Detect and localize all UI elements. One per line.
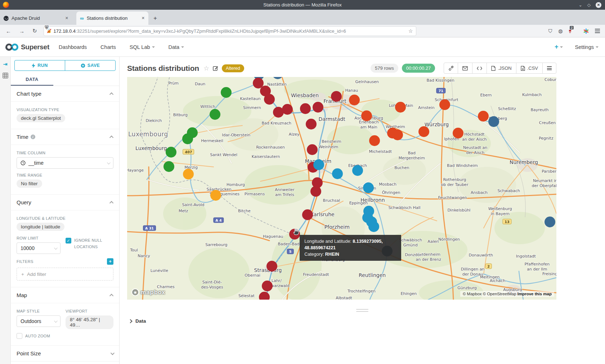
- nav-data[interactable]: Data: [169, 44, 184, 50]
- favorite-star-icon[interactable]: ☆: [203, 64, 209, 72]
- nav-charts[interactable]: Charts: [100, 44, 116, 50]
- add-new-button[interactable]: +: [555, 43, 563, 51]
- forward-button[interactable]: →: [19, 28, 24, 34]
- viz-type-value[interactable]: deck.gl Scatterplot: [17, 114, 65, 122]
- map-point-darkred[interactable]: [264, 94, 275, 105]
- map-point-darkred[interactable]: [307, 144, 318, 155]
- tab-apache-druid[interactable]: Apache Druid ✕: [0, 12, 72, 25]
- map-point-teal[interactable]: [352, 165, 363, 176]
- map-point-orangered[interactable]: [439, 99, 450, 110]
- embed-code-button[interactable]: [472, 63, 487, 73]
- nav-dashboards[interactable]: Dashboards: [59, 44, 87, 50]
- tab-close-icon[interactable]: ✕: [65, 16, 68, 21]
- maximize-icon[interactable]: ◇: [587, 3, 591, 7]
- time-range-value[interactable]: No filter: [17, 179, 42, 188]
- map-point-darkred[interactable]: [313, 102, 323, 113]
- section-header[interactable]: Point Size: [11, 346, 119, 361]
- edit-icon[interactable]: [213, 65, 218, 71]
- viewport-value[interactable]: 8° 46' 45.28" | 49…: [66, 315, 113, 329]
- map-point-orangered[interactable]: [453, 128, 463, 138]
- map-point-darkred[interactable]: [331, 91, 342, 102]
- share-link-button[interactable]: [444, 63, 458, 73]
- nav-settings[interactable]: Settings: [575, 44, 599, 50]
- section-header[interactable]: Chart type: [11, 86, 119, 102]
- new-tab-button[interactable]: +: [148, 15, 162, 22]
- map-point-teal[interactable]: [363, 182, 374, 193]
- export-json-button[interactable]: .JSON: [487, 63, 516, 73]
- data-section-toggle[interactable]: Data: [120, 312, 605, 324]
- container-mask-icon[interactable]: ◍: [558, 28, 563, 34]
- map-point-orange[interactable]: [183, 169, 194, 179]
- map-point-steel[interactable]: [488, 116, 499, 127]
- map-point-darkred[interactable]: [282, 104, 293, 115]
- section-header[interactable]: Query: [11, 195, 119, 210]
- dataset-grid-icon[interactable]: [3, 73, 8, 78]
- run-button[interactable]: RUN: [15, 60, 65, 70]
- map-point-orangered[interactable]: [395, 102, 406, 113]
- tab-close-icon[interactable]: ✕: [142, 16, 145, 21]
- map-point-orangered[interactable]: [418, 126, 429, 137]
- map-point-teal[interactable]: [313, 159, 324, 170]
- colorful-extension-icon[interactable]: [583, 28, 589, 34]
- insecure-lock-icon[interactable]: 🔒: [47, 28, 51, 33]
- map-point-teal[interactable]: [368, 221, 379, 232]
- resize-handle[interactable]: [355, 309, 369, 312]
- improve-map-link[interactable]: Improve this map: [517, 292, 552, 296]
- map-point-orangered[interactable]: [392, 129, 403, 140]
- section-header[interactable]: Timei: [11, 129, 119, 145]
- row-limit-select[interactable]: 10000: [17, 242, 60, 254]
- checkbox-checked-icon[interactable]: ✓: [66, 238, 71, 244]
- more-options-button[interactable]: [543, 63, 556, 73]
- map-point-darkred[interactable]: [262, 281, 273, 291]
- map-place-label: Arnstein: [418, 105, 435, 110]
- road-shield: 2: [485, 264, 492, 269]
- ublock-icon[interactable]: w2: [569, 28, 572, 34]
- map-point-orange[interactable]: [210, 190, 221, 201]
- bookmark-star-icon[interactable]: ☆: [408, 28, 413, 34]
- map-point-orangered[interactable]: [361, 110, 372, 121]
- map-point-steel[interactable]: [544, 217, 555, 227]
- map-point-green[interactable]: [221, 87, 232, 98]
- nav-sql-lab[interactable]: SQL Lab: [130, 44, 155, 50]
- map-place-label: Schwäbisch Hall: [388, 205, 420, 210]
- map-point-green[interactable]: [166, 147, 176, 158]
- menu-icon[interactable]: [595, 29, 600, 33]
- url-text[interactable]: 172.18.0.4:32251/superset/explore/?form_…: [54, 28, 406, 34]
- map-point-orangered[interactable]: [478, 111, 489, 122]
- checkbox-empty-icon[interactable]: [17, 333, 22, 339]
- lonlat-value[interactable]: longitude | latitude: [17, 223, 64, 231]
- ignore-null-checkbox[interactable]: ✓ IGNORE NULL LOCATIONS: [66, 237, 113, 250]
- email-button[interactable]: [458, 63, 472, 73]
- map-point-darkred[interactable]: [302, 209, 313, 220]
- save-button[interactable]: SAVE: [65, 60, 115, 70]
- tab-stations-distribution[interactable]: ∞ Stations distribution ✕: [76, 12, 148, 25]
- add-filter-box[interactable]: + Add filter: [17, 268, 113, 281]
- minimize-icon[interactable]: ⌄: [579, 3, 582, 7]
- deckgl-scatter-map[interactable]: Longitude and Latitude: 8.1359273095, 48…: [127, 77, 556, 300]
- map-point-green[interactable]: [210, 109, 220, 120]
- map-point-darkred[interactable]: [300, 103, 311, 114]
- map-point-darkred[interactable]: [310, 186, 321, 197]
- time-column-select[interactable]: __time: [17, 157, 113, 169]
- reload-button[interactable]: ↻: [32, 28, 37, 34]
- back-button[interactable]: ←: [6, 28, 11, 34]
- superset-logo[interactable]: Superset: [5, 43, 49, 51]
- pocket-icon[interactable]: ⛉: [548, 28, 552, 34]
- map-point-green[interactable]: [163, 161, 174, 172]
- map-point-orangered[interactable]: [369, 135, 380, 146]
- export-csv-button[interactable]: .CSV: [516, 63, 543, 73]
- mapbox-logo[interactable]: ◉ mapbox: [131, 288, 165, 296]
- expand-panel-icon[interactable]: ⇥: [3, 61, 8, 67]
- add-filter-plus-button[interactable]: +: [107, 258, 113, 265]
- map-point-orangered[interactable]: [349, 95, 360, 105]
- section-header[interactable]: Map: [11, 287, 119, 303]
- tab-data[interactable]: DATA: [11, 74, 53, 86]
- url-bar[interactable]: ⛨ 🔒 172.18.0.4:32251/superset/explore/?f…: [44, 26, 416, 36]
- map-style-select[interactable]: Outdoors: [17, 315, 60, 327]
- map-point-darkred[interactable]: [306, 119, 317, 129]
- map-point-teal[interactable]: [332, 168, 343, 179]
- auto-zoom-checkbox[interactable]: AUTO ZOOM: [17, 333, 113, 339]
- map-point-darkred[interactable]: [266, 261, 277, 272]
- map-point-green[interactable]: [182, 133, 193, 144]
- close-icon[interactable]: ✕: [596, 2, 601, 8]
